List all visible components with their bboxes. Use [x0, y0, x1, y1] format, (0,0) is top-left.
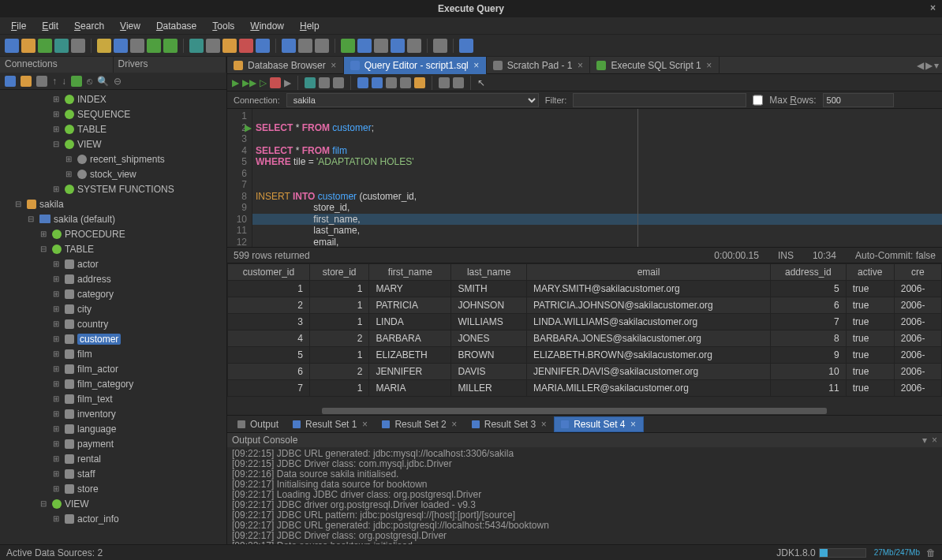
toolbar-icon[interactable] [5, 39, 19, 53]
maxrows-input[interactable] [823, 93, 894, 107]
sql-editor[interactable]: 1234567891011121314 ▶SELECT * FROM custo… [227, 109, 942, 248]
toolbar-icon[interactable] [407, 39, 421, 53]
settings-icon[interactable] [433, 39, 447, 53]
column-header[interactable]: customer_id [228, 264, 310, 281]
column-header[interactable]: cre [894, 264, 941, 281]
help-icon[interactable] [459, 39, 473, 53]
tree-node[interactable]: ⊞INDEX [0, 91, 226, 106]
tree-node[interactable]: ⊟VIEW [0, 136, 226, 151]
result-tab[interactable]: Result Set 4× [554, 416, 643, 432]
tree-node[interactable]: ⊟VIEW [0, 496, 226, 511]
connect-icon[interactable]: ⎋ [87, 76, 92, 87]
expand-icon[interactable]: ⊞ [50, 409, 62, 418]
tab-drivers[interactable]: Drivers [114, 57, 227, 73]
tab-close-icon[interactable]: × [361, 419, 368, 430]
tab-close-icon[interactable]: × [577, 60, 583, 71]
next-icon[interactable]: ▶ [284, 77, 291, 88]
connections-tree[interactable]: ⊞INDEX⊞SEQUENCE⊞TABLE⊟VIEW⊞recent_shipme… [0, 90, 226, 544]
table-row[interactable]: 62JENNIFERDAVISJENNIFER.DAVIS@sakilacust… [228, 364, 942, 380]
tree-node[interactable]: ⊞PROCEDURE [0, 226, 226, 241]
tree-node[interactable]: ⊞address [0, 271, 226, 286]
toolbar-icon[interactable] [256, 39, 270, 53]
toolbar-icon[interactable] [386, 77, 397, 88]
console-close-icon[interactable]: × [932, 435, 937, 446]
toolbar-icon[interactable] [372, 77, 383, 88]
refresh-icon[interactable] [71, 76, 82, 87]
expand-icon[interactable]: ⊞ [50, 424, 62, 433]
menu-edit[interactable]: Edit [36, 19, 65, 33]
tab-close-icon[interactable]: × [706, 60, 712, 71]
toolbar-icon[interactable] [282, 39, 296, 53]
tree-node[interactable]: ⊞customer [0, 331, 226, 346]
tree-node[interactable]: ⊞SYSTEM FUNCTIONS [0, 181, 226, 196]
run-step-icon[interactable]: ▷ [260, 77, 267, 88]
cut-icon[interactable] [97, 39, 111, 53]
expand-icon[interactable]: ⊞ [63, 170, 74, 178]
column-header[interactable]: email [526, 264, 770, 281]
expand-icon[interactable]: ⊞ [50, 95, 62, 103]
expand-icon[interactable]: ⊟ [13, 200, 24, 208]
toolbar-icon[interactable] [71, 39, 85, 53]
expand-icon[interactable]: ⊞ [50, 274, 62, 283]
connection-select[interactable]: sakila [286, 93, 539, 107]
expand-icon[interactable]: ⊞ [50, 289, 62, 298]
expand-icon[interactable]: ⊞ [50, 304, 62, 313]
tree-node[interactable]: ⊞category [0, 286, 226, 301]
tree-node[interactable]: ⊞actor [0, 256, 226, 271]
toolbar-icon[interactable] [374, 39, 388, 53]
toolbar-icon[interactable] [21, 39, 36, 53]
folder-icon[interactable] [21, 76, 32, 87]
results-hscrollbar[interactable] [227, 407, 942, 415]
stop-icon[interactable] [270, 77, 281, 88]
expand-icon[interactable]: ⊞ [50, 364, 62, 373]
expand-icon[interactable]: ⊞ [50, 454, 62, 463]
tab-close-icon[interactable]: × [540, 419, 547, 430]
down-icon[interactable]: ↓ [62, 76, 66, 87]
tree-node[interactable]: ⊟TABLE [0, 241, 226, 256]
pointer-icon[interactable]: ↖ [477, 77, 485, 88]
results-grid[interactable]: customer_idstore_idfirst_namelast_nameem… [227, 263, 942, 407]
tree-node[interactable]: ⊞inventory [0, 406, 226, 421]
window-close-icon[interactable]: × [930, 2, 936, 13]
paste-icon[interactable] [130, 39, 144, 53]
expand-icon[interactable]: ⊞ [50, 394, 62, 403]
toolbar-icon[interactable] [453, 77, 464, 88]
expand-icon[interactable]: ⊟ [38, 245, 49, 253]
copy-icon[interactable] [114, 39, 128, 53]
tree-node[interactable]: ⊞city [0, 301, 226, 316]
tree-node[interactable]: ⊞staff [0, 466, 226, 481]
tree-node[interactable]: ⊞film_category [0, 376, 226, 391]
expand-icon[interactable]: ⊞ [50, 514, 62, 523]
table-row[interactable]: 11MARYSMITHMARY.SMITH@sakilacustomer.org… [228, 281, 942, 297]
maxrows-checkbox[interactable] [753, 93, 763, 107]
tree-node[interactable]: ⊞recent_shipments [0, 151, 226, 166]
toolbar-icon[interactable] [239, 39, 253, 53]
tree-node[interactable]: ⊞film [0, 346, 226, 361]
menu-search[interactable]: Search [68, 19, 110, 33]
expand-icon[interactable]: ⊞ [50, 125, 62, 133]
toolbar-icon[interactable] [333, 77, 344, 88]
tree-node[interactable]: ⊞country [0, 316, 226, 331]
redo-icon[interactable] [163, 39, 178, 53]
menu-tools[interactable]: Tools [206, 19, 241, 33]
collapse-icon[interactable]: ⊖ [114, 76, 121, 87]
column-header[interactable]: store_id [310, 264, 369, 281]
expand-icon[interactable]: ⊟ [50, 140, 62, 148]
tree-node[interactable]: ⊞film_text [0, 391, 226, 406]
tab-list-icon[interactable]: ▾ [934, 60, 939, 71]
menu-file[interactable]: File [5, 19, 32, 33]
tree-node[interactable]: ⊞SEQUENCE [0, 106, 226, 121]
table-row[interactable]: 42BARBARAJONESBARBARA.JONES@sakilacustom… [228, 330, 942, 347]
toolbar-icon[interactable] [298, 39, 312, 53]
toolbar-icon[interactable] [414, 77, 425, 88]
tree-node[interactable]: ⊞film_actor [0, 361, 226, 376]
result-tab[interactable]: Result Set 1× [286, 416, 375, 432]
tree-node[interactable]: ⊞TABLE [0, 121, 226, 136]
tab-next-icon[interactable]: ▶ [925, 60, 933, 71]
table-row[interactable]: 31LINDAWILLIAMSLINDA.WILLIAMS@sakilacust… [228, 314, 942, 330]
expand-icon[interactable]: ⊞ [50, 439, 62, 448]
expand-icon[interactable]: ⊞ [50, 469, 62, 478]
toolbar-icon[interactable] [391, 39, 405, 53]
result-tab[interactable]: Output [230, 416, 286, 432]
tree-node[interactable]: ⊞store [0, 481, 226, 496]
